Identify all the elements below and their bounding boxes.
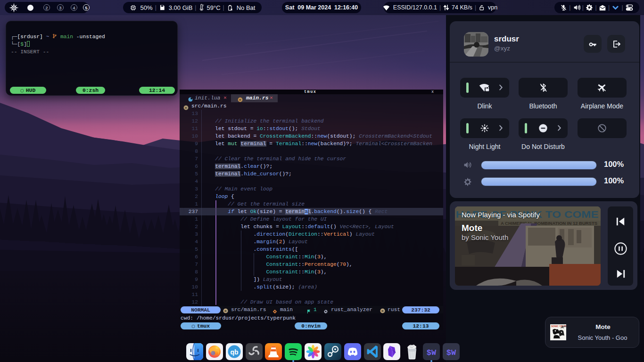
svg-text:R: R xyxy=(239,99,241,101)
svg-text:$W: $W xyxy=(446,348,456,357)
svg-text:R: R xyxy=(224,310,227,313)
svg-text:$W: $W xyxy=(427,348,437,357)
svg-text:R: R xyxy=(381,310,384,313)
svg-text:qb: qb xyxy=(230,348,238,356)
svg-text:goo: goo xyxy=(561,325,566,328)
svg-text:R: R xyxy=(185,107,187,109)
